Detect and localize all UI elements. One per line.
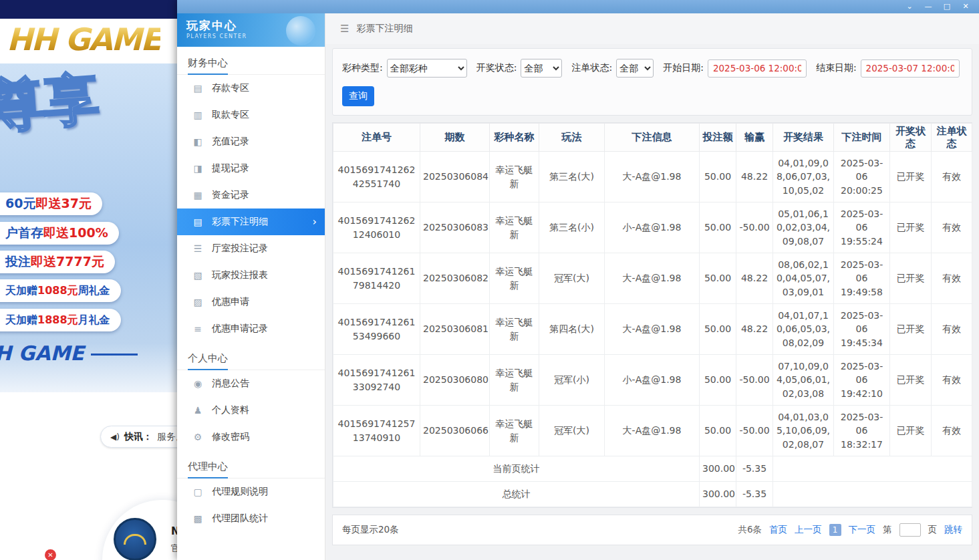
promo-records-icon: ≡: [192, 323, 204, 334]
cell-order-status: 有效: [932, 202, 972, 253]
cell-result: 04,01,09,08,06,07,03,10,05,02: [773, 152, 834, 202]
cell-result: 07,10,09,04,05,06,01,02,03,08: [773, 355, 834, 406]
col-win-loss: 输赢: [736, 124, 773, 152]
cell-draw-status: 已开奖: [890, 355, 932, 406]
sidebar-item-withdraw[interactable]: ▥ 取款专区: [177, 102, 325, 128]
lottery-type-select[interactable]: 全部彩种: [387, 59, 467, 78]
promo-pill-weekly-gift[interactable]: 天加赠1088元周礼金: [0, 279, 121, 302]
draw-status-label: 开奖状态:: [476, 62, 517, 74]
deposit-icon: ▤: [192, 83, 204, 94]
total-summary-row: 总统计 300.00 -5.35: [333, 482, 972, 507]
sidebar-item-label: 代理规则说明: [212, 486, 268, 498]
promo-pill-first-deposit[interactable]: 户首存 即送100%: [0, 222, 119, 245]
promo-pill-bet-bonus[interactable]: 投注 即送7777元: [0, 251, 115, 273]
sidebar-item-promo-apply[interactable]: ▨ 优惠申请: [177, 289, 325, 315]
cell-time: 2025-03-06 19:45:34: [834, 304, 890, 355]
sidebar-item-agent-team-stats[interactable]: ▩ 代理团队统计: [177, 505, 325, 532]
sidebar-header: 玩家中心 PLAYERS CENTER: [177, 13, 325, 47]
current-page-badge[interactable]: 1: [829, 524, 841, 536]
cell-order-status: 有效: [932, 304, 972, 355]
summary-win-loss: -5.35: [736, 482, 773, 507]
cell-time: 2025-03-06 19:49:58: [834, 253, 890, 304]
pill-highlight: 即送7777元: [31, 253, 104, 271]
profile-icon: ♟: [192, 405, 204, 416]
cell-bet-info: 小-A盘@1.98: [605, 355, 700, 406]
cell-play: 冠军(大): [539, 253, 605, 304]
sidebar-item-label: 厅室投注记录: [212, 243, 268, 255]
promo-pill-monthly-gift[interactable]: 天加赠1888元月礼金: [0, 309, 121, 331]
cell-play: 第三名(大): [539, 152, 605, 202]
page-size-text: 每页显示20条: [342, 524, 399, 536]
pill-highlight: 1088元: [37, 284, 78, 298]
cell-bet-info: 大-A盘@1.98: [605, 406, 700, 456]
cell-bet-info: 大-A盘@1.98: [605, 304, 700, 355]
cell-amount: 50.00: [700, 304, 736, 355]
promo-pill-deposit-bonus[interactable]: 60元 即送37元: [0, 192, 102, 215]
cell-win-loss: -50.00: [736, 406, 773, 456]
order-status-select[interactable]: 全部: [616, 59, 654, 78]
first-page-link[interactable]: 首页: [769, 524, 787, 536]
sidebar-item-withdrawal-records[interactable]: ◨ 提现记录: [177, 155, 325, 182]
cell-win-loss: -50.00: [736, 202, 773, 253]
close-banner-icon[interactable]: ✕: [45, 549, 56, 560]
section-title-finance: 财务中心: [177, 51, 325, 75]
section-title-personal: 个人中心: [177, 346, 325, 370]
sidebar-item-hall-bet-records[interactable]: ☰ 厅室投注记录: [177, 235, 325, 262]
cell-draw-status: 已开奖: [890, 253, 932, 304]
sidebar-item-profile[interactable]: ♟ 个人资料: [177, 397, 325, 424]
sidebar-item-label: 存款专区: [212, 82, 249, 94]
cell-play: 第三名(小): [539, 202, 605, 253]
sidebar-item-change-password[interactable]: ⚙ 修改密码: [177, 424, 325, 450]
cell-draw-status: 已开奖: [890, 406, 932, 456]
table-row: 401569174125713740910 20250306066 幸运飞艇新 …: [333, 406, 972, 456]
cell-order-no: 401569174126242551740: [333, 152, 420, 202]
cell-draw-status: 已开奖: [890, 152, 932, 202]
bets-table-panel: 注单号 期数 彩种名称 玩法 下注信息 投注额 输赢 开奖结果 下注时间 开奖状…: [332, 122, 972, 508]
sidebar-item-promo-apply-records[interactable]: ≡ 优惠申请记录: [177, 315, 325, 342]
sidebar-item-deposit[interactable]: ▤ 存款专区: [177, 75, 325, 102]
cell-play: 第四名(大): [539, 304, 605, 355]
announcements-icon: ◉: [192, 378, 204, 389]
cell-result: 04,01,07,10,06,05,03,08,02,09: [773, 304, 834, 355]
hamburger-menu-icon[interactable]: ☰: [340, 23, 349, 35]
cell-order-no: 401569174126133092740: [333, 355, 420, 406]
sidebar-subtitle: PLAYERS CENTER: [186, 33, 325, 39]
sidebar-item-funds-records[interactable]: ▦ 资金记录: [177, 182, 325, 208]
col-draw-status: 开奖状态: [890, 124, 932, 152]
jump-page-input[interactable]: [899, 523, 921, 537]
cell-amount: 50.00: [700, 202, 736, 253]
start-date-input[interactable]: [708, 59, 807, 78]
end-date-input[interactable]: [861, 59, 960, 78]
jump-button[interactable]: 跳转: [944, 524, 962, 536]
sidebar-item-lottery-bet-details[interactable]: ▤ 彩票下注明细 ›: [177, 208, 325, 235]
col-play: 玩法: [539, 124, 605, 152]
sidebar-item-label: 优惠申请: [212, 296, 249, 308]
cell-play: 冠军(小): [539, 355, 605, 406]
cell-period: 20250306083: [420, 202, 490, 253]
pill-text: 天加赠: [5, 284, 37, 298]
bets-table: 注单号 期数 彩种名称 玩法 下注信息 投注额 输赢 开奖结果 下注时间 开奖状…: [333, 123, 972, 507]
search-button[interactable]: 查询: [342, 86, 374, 106]
chevron-down-icon[interactable]: ⌄: [900, 1, 919, 13]
prev-page-link[interactable]: 上一页: [795, 524, 822, 536]
maximize-button[interactable]: □: [938, 1, 956, 13]
window-titlebar: ⌄ — □ ✕: [177, 0, 979, 13]
withdrawal-records-icon: ◨: [192, 163, 204, 174]
next-page-link[interactable]: 下一页: [849, 524, 876, 536]
close-button[interactable]: ✕: [956, 1, 975, 13]
sidebar-item-label: 资金记录: [212, 189, 249, 201]
draw-status-select[interactable]: 全部: [521, 59, 562, 78]
minimize-button[interactable]: —: [919, 1, 938, 13]
cell-order-status: 有效: [932, 253, 972, 304]
cell-amount: 50.00: [700, 406, 736, 456]
cell-lottery: 幸运飞艇新: [490, 253, 539, 304]
sidebar-item-label: 取款专区: [212, 109, 249, 121]
sidebar-item-agent-rules[interactable]: ▢ 代理规则说明: [177, 478, 325, 505]
cell-period: 20250306082: [420, 253, 490, 304]
col-order-no: 注单号: [333, 124, 420, 152]
sidebar-item-label: 提现记录: [212, 162, 249, 174]
sidebar-item-player-bet-report[interactable]: ▧ 玩家投注报表: [177, 262, 325, 289]
sidebar-item-recharge-records[interactable]: ◧ 充值记录: [177, 128, 325, 155]
promo-apply-icon: ▨: [192, 297, 204, 307]
sidebar-item-announcements[interactable]: ◉ 消息公告: [177, 370, 325, 397]
